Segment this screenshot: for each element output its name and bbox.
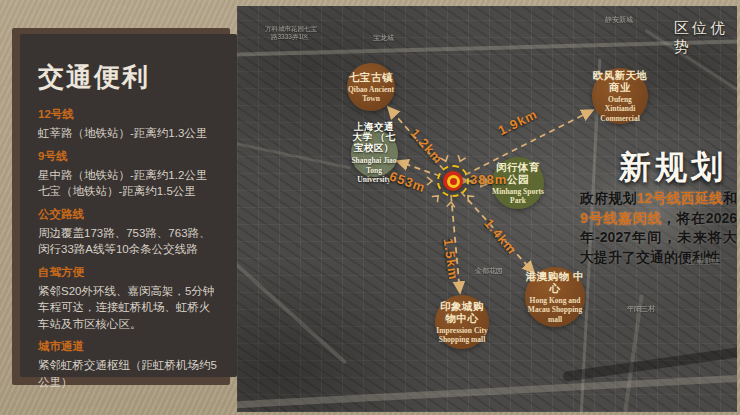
distance-label: 388m	[470, 172, 507, 187]
new-plan-text: 政府规划	[580, 190, 637, 206]
transit-section-heading: 公交路线	[38, 207, 220, 222]
map-poi-label: 静安新城	[605, 15, 633, 25]
marker-label-en: Minhang Sports Park	[492, 187, 544, 206]
map-poi-label: 江南星城	[687, 256, 719, 267]
marker-label-zh: 港澳购物 中心	[525, 270, 585, 294]
map-marker-sjtu: 上海交通大学 （七宝校区）Shanghai Jiao Tong Universi…	[351, 130, 398, 177]
section-corner-label: 区位优势	[674, 19, 737, 57]
transit-section-heading: 城市通道	[38, 339, 220, 354]
transit-section-line: 虹莘路（地铁站）-距离约1.3公里	[38, 125, 220, 142]
map-marker-impression: 印象城购 物中心Impression City Shopping mall	[435, 295, 489, 349]
sunburst-core	[450, 178, 457, 185]
new-plan-highlight: 12号线西延线	[637, 190, 723, 206]
map-poi-label: 路3333弄1区	[271, 33, 309, 42]
transit-section-line: 紧邻S20外环线、嘉闵高架，5分钟车程可达，连接虹桥机场、虹桥火车站及市区核心区…	[38, 283, 220, 333]
marker-label-en: Oufeng Xintiandi Commercial	[592, 95, 648, 123]
map-marker-oufeng: 欧风新天地 商业Oufeng Xintiandi Commercial	[592, 68, 648, 124]
map-poi-label: 金都花园	[475, 266, 503, 276]
transit-section-line: 星中路（地铁站）-距离约1.2公里	[38, 167, 220, 184]
marker-label-zh: 七宝古镇	[349, 71, 393, 83]
transit-section-heading: 12号线	[38, 107, 220, 122]
new-plan-text: 和	[723, 190, 737, 206]
distance-label: 653m	[387, 168, 427, 195]
new-plan-title: 新规划	[598, 146, 737, 190]
transit-section-heading: 自驾方便	[38, 265, 220, 280]
map-canvas: 新规划 政府规划12号线西延线和9号线嘉闵线，将在2026年-2027年间，未来…	[237, 6, 737, 412]
transit-sections: 12号线虹莘路（地铁站）-距离约1.3公里9号线星中路（地铁站）-距离约1.2公…	[38, 107, 220, 390]
distance-label: 1.2km	[407, 126, 446, 167]
transit-section-line: 七宝（地铁站）-距离约1.5公里	[38, 183, 220, 200]
new-plan-highlight: 9号线嘉闵线	[580, 210, 662, 226]
marker-label-en: Impression City Shopping mall	[435, 326, 489, 345]
transit-section-line: 周边覆盖173路、753路、763路、闵行33路A线等10余条公交线路	[38, 225, 220, 258]
distance-label: 1.4km	[481, 216, 519, 258]
marker-label-en: Qibao Ancient Town	[347, 85, 395, 104]
map-poi-label: 宝龙城	[373, 33, 394, 43]
marker-label-zh: 欧风新天地 商业	[592, 69, 648, 93]
transit-section-heading: 9号线	[38, 149, 220, 164]
distance-label: 1.5km	[441, 237, 462, 281]
marker-label-en: Hong Kong and Macau Shopping mall	[525, 296, 585, 324]
map-marker-hkmacau: 港澳购物 中心Hong Kong and Macau Shopping mall	[525, 267, 585, 327]
map-marker-qibao: 七宝古镇Qibao Ancient Town	[347, 63, 395, 111]
slide: 交通便利 12号线虹莘路（地铁站）-距离约1.3公里9号线星中路（地铁站）-距离…	[0, 0, 740, 415]
distance-label: 1.9km	[496, 106, 540, 138]
map-poi-label: 平阳三村	[627, 304, 655, 314]
marker-label-zh: 印象城购 物中心	[435, 300, 489, 324]
panel-title: 交通便利	[38, 60, 220, 95]
project-location-icon	[437, 165, 469, 197]
transit-panel: 交通便利 12号线虹莘路（地铁站）-距离约1.3公里9号线星中路（地铁站）-距离…	[20, 34, 237, 377]
marker-overlay: 新规划 政府规划12号线西延线和9号线嘉闵线，将在2026年-2027年间，未来…	[237, 6, 737, 412]
marker-label-zh: 上海交通大学 （七宝校区）	[351, 122, 398, 155]
transit-section-line: 紧邻虹桥交通枢纽（距虹桥机场约5公里）	[38, 357, 220, 390]
